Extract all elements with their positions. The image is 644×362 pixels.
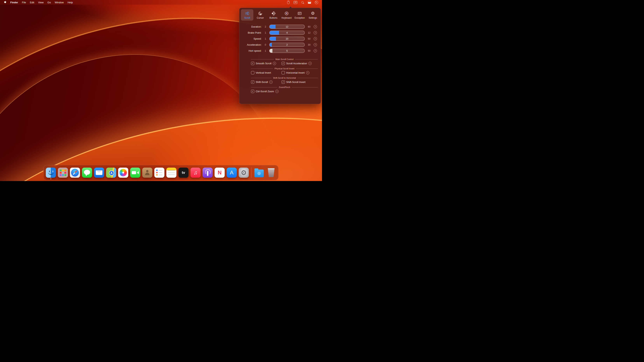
- menu-window[interactable]: Window: [53, 1, 66, 4]
- dock-item-reminders[interactable]: [154, 166, 165, 180]
- app-menu-title[interactable]: Finder: [8, 1, 20, 4]
- mouse-icon[interactable]: [286, 0, 290, 5]
- dock-item-finder[interactable]: [45, 166, 56, 180]
- checkbox-label: Vertical Invert: [256, 71, 271, 74]
- menu-help[interactable]: Help: [66, 1, 75, 4]
- tab-settings[interactable]: ⚙ Settings: [307, 9, 319, 20]
- news-icon: N: [215, 168, 225, 178]
- help-icon[interactable]: ?: [275, 90, 279, 93]
- smooth-scroll-checkbox[interactable]: ✓ Smooth Scroll ?: [251, 62, 282, 65]
- vertical-invert-checkbox[interactable]: Vertical Invert: [251, 71, 282, 74]
- launchpad-icon: [58, 168, 68, 178]
- checkbox-icon[interactable]: ✓: [282, 80, 285, 84]
- scroll-acceleration-checkbox[interactable]: ✓ Scroll Acceleration ?: [282, 62, 312, 65]
- checkbox-icon[interactable]: ✓: [251, 80, 254, 84]
- hori-speed-slider[interactable]: 5: [269, 49, 305, 53]
- help-icon[interactable]: ?: [314, 25, 317, 28]
- trash-icon: [268, 168, 275, 177]
- gear-icon: ⚙: [241, 169, 246, 177]
- spotlight-search-icon[interactable]: [300, 0, 304, 5]
- tab-buttons[interactable]: Buttons: [267, 9, 280, 20]
- apple-menu[interactable]: [2, 0, 8, 5]
- desktop: Finder File Edit View Go Window Help Scr…: [0, 0, 322, 181]
- dock-item-system-preferences[interactable]: ⚙: [238, 166, 250, 180]
- dock-item-launchpad[interactable]: [57, 166, 69, 180]
- popover-tab-bar: Scroll Cursor Buttons ⌘ Keyboard: [239, 8, 321, 20]
- help-icon[interactable]: ?: [314, 37, 317, 40]
- menu-file[interactable]: File: [20, 1, 28, 4]
- slider-row-acceleration: Acceleration: 0 2 30 ?: [239, 42, 321, 48]
- podcasts-icon: [202, 168, 213, 178]
- help-icon[interactable]: ?: [314, 43, 317, 46]
- dock-item-facetime[interactable]: [130, 166, 141, 180]
- dock-item-notes[interactable]: [166, 166, 177, 180]
- maps-icon: [106, 168, 116, 178]
- menu-go[interactable]: Go: [46, 1, 53, 4]
- checkbox-label: Scroll Acceleration: [286, 62, 307, 65]
- slider-value: 12: [270, 25, 304, 28]
- menu-edit[interactable]: Edit: [28, 1, 36, 4]
- speed-slider[interactable]: 10: [269, 37, 305, 41]
- help-icon[interactable]: ?: [269, 80, 272, 84]
- slider-min: 1: [263, 37, 268, 40]
- dock-item-safari[interactable]: [70, 166, 81, 180]
- checkbox-icon[interactable]: ✓: [251, 90, 254, 93]
- dock-item-messages[interactable]: [82, 166, 93, 180]
- slider-max: 50: [306, 37, 312, 40]
- section-title: Physical Scroll Invert: [251, 67, 318, 70]
- slider-value: 5: [270, 49, 304, 53]
- tab-cursor[interactable]: Cursor: [254, 9, 266, 20]
- dock-item-maps[interactable]: [106, 166, 117, 180]
- mos-preferences-popover: Scroll Cursor Buttons ⌘ Keyboard: [239, 8, 321, 104]
- acceleration-slider[interactable]: 2: [269, 43, 305, 47]
- menu-bar-status-area: [286, 0, 322, 5]
- tab-keyboard[interactable]: ⌘ Keyboard: [280, 9, 293, 20]
- appstore-icon: A: [227, 168, 237, 178]
- dock-item-mail[interactable]: [94, 166, 105, 180]
- dock-item-tv[interactable]: tv: [178, 166, 189, 180]
- checkbox-icon[interactable]: ✓: [282, 62, 285, 65]
- checkbox-label: Horizontal Invert: [286, 71, 305, 74]
- checkbox-label: Shift-Scroll: [256, 81, 268, 83]
- dock-item-news[interactable]: N: [214, 166, 225, 180]
- tab-scroll[interactable]: Scroll: [241, 9, 253, 20]
- checkbox-icon[interactable]: ✓: [251, 62, 254, 65]
- slider-max: 50: [306, 49, 312, 52]
- checkbox-row: ✓ Ctrl-Scroll Zoom ?: [239, 88, 321, 93]
- control-center-icon[interactable]: [307, 0, 312, 5]
- help-icon[interactable]: ?: [314, 49, 317, 52]
- help-icon[interactable]: ?: [308, 62, 312, 65]
- help-icon[interactable]: ?: [273, 62, 276, 65]
- slider-row-hori-speed: Hori speed: 1 5 50 ?: [239, 48, 321, 54]
- duration-slider[interactable]: 12: [269, 25, 305, 29]
- help-icon[interactable]: ?: [306, 71, 309, 74]
- mouse-buttons-icon: [271, 11, 276, 16]
- slider-min: 1: [263, 31, 268, 34]
- checkbox-icon[interactable]: [251, 71, 254, 74]
- shortcuts-window-icon[interactable]: [293, 0, 298, 5]
- dock-item-appstore[interactable]: A: [226, 166, 238, 180]
- dock-item-music[interactable]: ♫: [190, 166, 201, 180]
- tab-exception[interactable]: Exception: [294, 9, 306, 20]
- shift-scroll-checkbox[interactable]: ✓ Shift-Scroll ?: [251, 80, 282, 84]
- checkbox-icon[interactable]: [282, 71, 285, 74]
- help-icon[interactable]: ?: [314, 31, 317, 34]
- slider-min: 2: [263, 25, 268, 28]
- horizontal-invert-checkbox[interactable]: Horizontal Invert ?: [282, 71, 309, 74]
- checkbox-label: Ctrl-Scroll Zoom: [256, 90, 274, 93]
- music-note-icon: ♫: [194, 170, 197, 176]
- menu-view[interactable]: View: [36, 1, 46, 4]
- dock-item-photos[interactable]: [118, 166, 129, 180]
- brake-point-slider[interactable]: 4: [269, 31, 305, 35]
- finder-icon: [46, 168, 56, 178]
- dock-item-podcasts[interactable]: [202, 166, 213, 180]
- shift-scroll-invert-checkbox[interactable]: ✓ Shift-Scroll Invert: [282, 80, 306, 84]
- dock-item-downloads[interactable]: ↓: [254, 166, 265, 180]
- ctrl-scroll-zoom-checkbox[interactable]: ✓ Ctrl-Scroll Zoom ?: [251, 90, 279, 93]
- dock-item-contacts[interactable]: [142, 166, 153, 180]
- slider-min: 0: [263, 43, 268, 46]
- dock-item-trash[interactable]: [266, 166, 277, 180]
- download-arrow-icon: ↓: [258, 172, 261, 175]
- clock-icon[interactable]: [314, 0, 318, 5]
- slider-max: 12: [306, 31, 312, 34]
